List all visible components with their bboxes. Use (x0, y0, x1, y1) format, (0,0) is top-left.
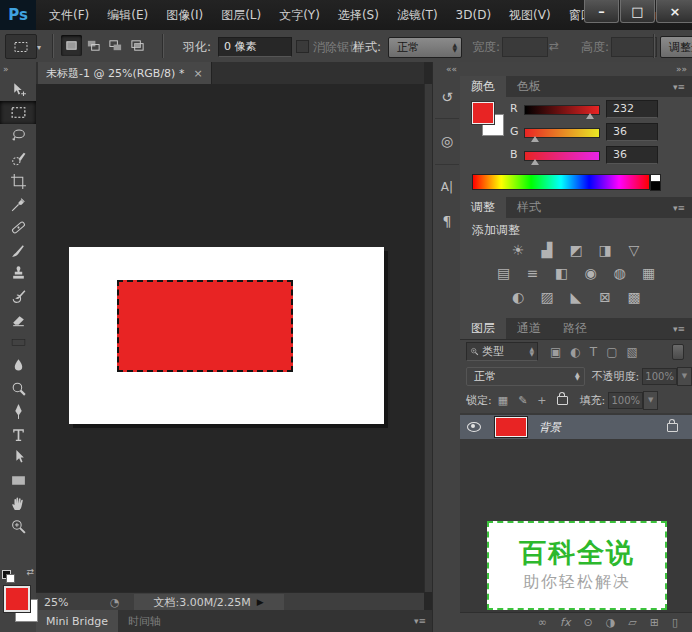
layer-name[interactable]: 背景 (539, 420, 561, 435)
style-dropdown[interactable]: 正常 ▲▼ (388, 37, 462, 58)
document-canvas[interactable] (69, 247, 384, 424)
menu-item[interactable]: 图层(L) (212, 7, 270, 24)
eyedropper-tool[interactable] (0, 193, 36, 216)
tab-channels[interactable]: 通道 (506, 318, 552, 339)
layer-style-icon[interactable]: fx (560, 616, 570, 629)
path-selection-tool[interactable] (0, 446, 36, 469)
brush-tool[interactable] (0, 239, 36, 262)
opacity-value[interactable]: 100% (642, 368, 677, 385)
intersect-selection-button[interactable] (127, 35, 148, 56)
paragraph-panel-icon[interactable]: ¶ (435, 208, 459, 234)
black-white-icon[interactable]: ◧ (553, 266, 571, 281)
delete-layer-icon[interactable]: ▯ (672, 616, 678, 629)
default-colors-widget[interactable]: ⇄ (2, 567, 34, 581)
selective-color-icon[interactable]: ⊠ (596, 290, 614, 305)
lock-position-icon[interactable]: + (537, 394, 546, 407)
menu-item[interactable]: 3D(D) (447, 8, 500, 22)
panel-menu-icon[interactable]: ▾≡ (673, 82, 685, 92)
panel-menu-icon[interactable]: ▾≡ (414, 616, 426, 626)
red-slider-thumb[interactable] (586, 113, 594, 119)
minimize-button[interactable]: – (584, 0, 619, 23)
filter-type-dropdown[interactable]: 类型 ▲▼ (466, 342, 538, 361)
curves-icon[interactable]: ◩ (567, 243, 585, 258)
zoom-tool[interactable] (0, 515, 36, 538)
lock-transparent-pixels-icon[interactable]: ▦ (498, 394, 508, 407)
history-panel-icon[interactable]: ↺ (435, 84, 459, 110)
document-tab[interactable]: 未标题-1 @ 25%(RGB/8) * × (38, 62, 212, 84)
opacity-caret-icon[interactable]: ▼ (677, 367, 692, 386)
expand-panels-icon[interactable]: »» (676, 64, 687, 74)
invert-icon[interactable]: ◐ (509, 290, 527, 305)
history-brush-tool[interactable] (0, 285, 36, 308)
collapse-dock-icon[interactable]: «« (446, 64, 457, 74)
tab-mini-bridge[interactable]: Mini Bridge (36, 610, 118, 632)
properties-panel-icon[interactable]: ◎ (435, 128, 459, 154)
lock-image-pixels-icon[interactable]: ✎ (518, 394, 527, 407)
hand-tool[interactable] (0, 492, 36, 515)
menu-item[interactable]: 文件(F) (40, 7, 98, 24)
tab-close-icon[interactable]: × (193, 67, 202, 80)
blue-value-input[interactable]: 36 (606, 146, 658, 164)
canvas-area[interactable] (36, 84, 424, 592)
exposure-icon[interactable]: ◨ (596, 243, 614, 258)
filter-adjustment-layers-icon[interactable]: ◐ (570, 345, 580, 359)
lock-all-icon[interactable] (557, 396, 568, 405)
adjustment-layer-icon[interactable]: ◑ (606, 616, 616, 629)
menu-item[interactable]: 编辑(E) (98, 7, 157, 24)
quick-selection-tool[interactable] (0, 147, 36, 170)
move-tool[interactable] (0, 78, 36, 101)
filter-pixel-layers-icon[interactable]: ▣ (550, 345, 561, 359)
panel-menu-icon[interactable]: ▾≡ (673, 203, 685, 213)
antialias-checkbox[interactable] (296, 40, 309, 53)
zoom-level-field[interactable]: 25% (44, 596, 92, 609)
lasso-tool[interactable] (0, 124, 36, 147)
clone-stamp-tool[interactable] (0, 262, 36, 285)
black-swatch[interactable] (650, 181, 661, 191)
photo-filter-icon[interactable]: ◉ (582, 266, 600, 281)
eraser-tool[interactable] (0, 308, 36, 331)
new-group-icon[interactable]: ▱ (628, 616, 636, 629)
foreground-color-swatch[interactable] (4, 586, 30, 612)
foreground-color-swatch[interactable] (472, 102, 494, 124)
type-tool[interactable] (0, 423, 36, 446)
default-colors-icon[interactable] (2, 570, 11, 579)
new-selection-button[interactable] (61, 35, 82, 56)
green-slider-thumb[interactable] (531, 136, 539, 142)
add-to-selection-button[interactable] (83, 35, 104, 56)
refine-edge-button[interactable]: 调整边缘 (660, 36, 692, 58)
tab-adjustments[interactable]: 调整 (460, 197, 506, 218)
tab-styles[interactable]: 样式 (506, 197, 552, 218)
menu-item[interactable]: 文字(Y) (270, 7, 329, 24)
height-input[interactable] (611, 37, 657, 57)
color-lookup-icon[interactable]: ▦ (640, 266, 658, 281)
tab-timeline[interactable]: 时间轴 (118, 610, 171, 632)
feather-input[interactable]: 0 像素 (218, 37, 292, 57)
fill-caret-icon[interactable]: ▼ (643, 391, 658, 410)
crop-tool[interactable] (0, 170, 36, 193)
document-info[interactable]: 文档:3.00M/2.25M ▶ (134, 594, 284, 610)
menu-item[interactable]: 视图(V) (500, 7, 560, 24)
gradient-tool[interactable] (0, 331, 36, 354)
shape-tool[interactable] (0, 469, 36, 492)
layer-row-background[interactable]: 背景 (460, 415, 692, 439)
brightness-contrast-icon[interactable]: ☀ (509, 243, 527, 258)
status-arrow-icon[interactable]: ▶ (257, 597, 264, 607)
collapse-tools-icon[interactable]: » (3, 64, 9, 74)
color-balance-icon[interactable]: ≡ (524, 266, 542, 281)
layer-thumbnail[interactable] (495, 417, 527, 437)
filter-shape-layers-icon[interactable]: ▢ (606, 345, 617, 359)
vibrance-icon[interactable]: ▽ (625, 243, 643, 258)
close-button[interactable]: × (656, 0, 692, 23)
posterize-icon[interactable]: ▨ (538, 290, 556, 305)
layer-mask-icon[interactable]: ⊙ (583, 616, 592, 629)
tab-swatches[interactable]: 色板 (506, 76, 552, 97)
red-value-input[interactable]: 232 (606, 100, 658, 118)
character-panel-icon[interactable]: A| (435, 174, 459, 200)
swap-colors-icon[interactable]: ⇄ (26, 567, 34, 581)
levels-icon[interactable]: ▟ (538, 243, 556, 258)
new-layer-icon[interactable]: ⊞ (650, 616, 659, 629)
tool-preset-button[interactable] (5, 34, 37, 59)
filtering-toggle[interactable] (672, 344, 684, 360)
tab-paths[interactable]: 路径 (552, 318, 598, 339)
spot-healing-brush-tool[interactable] (0, 216, 36, 239)
